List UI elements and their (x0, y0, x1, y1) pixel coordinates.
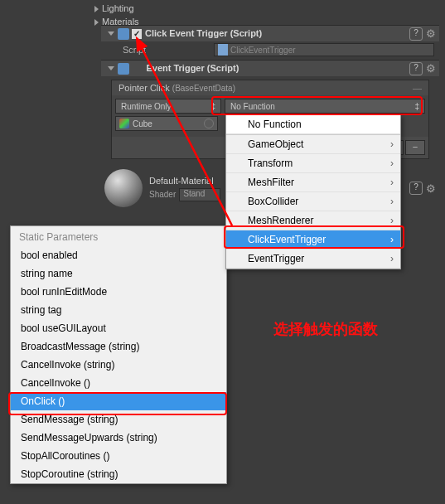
tree-label: Lighting (102, 3, 134, 13)
help-icon[interactable]: ? (409, 182, 423, 195)
script-label: Script (106, 45, 214, 55)
menu-label: BoxCollider (248, 192, 298, 211)
chevron-right-icon: › (390, 173, 394, 191)
chevron-right-icon: › (390, 192, 394, 211)
chevron-right-icon: › (390, 211, 394, 230)
menu-item[interactable]: string name (11, 264, 226, 283)
menu-item[interactable]: SendMessageUpwards (string) (11, 429, 226, 447)
object-picker-icon[interactable] (204, 119, 214, 128)
menu-label: Transform (248, 154, 293, 172)
script-value: ClickEventTrigger (230, 46, 296, 55)
dropdown-arrow-icon: ‡ (414, 102, 419, 111)
menu-item-clickeventtrigger[interactable]: ClickEventTrigger› (226, 230, 400, 250)
event-name: Pointer Click (119, 83, 170, 93)
remove-event-button[interactable]: — (413, 80, 422, 95)
shader-field[interactable]: Stand (179, 188, 220, 201)
chevron-right-icon: › (390, 135, 394, 153)
annotation-text: 选择触发的函数 (273, 319, 378, 339)
object-field[interactable]: Cube (115, 116, 218, 131)
menu-item[interactable]: BroadcastMessage (string) (11, 337, 226, 356)
menu-item-meshrenderer[interactable]: MeshRenderer› (226, 211, 400, 230)
script-row: Script ClickEventTrigger (101, 41, 439, 58)
chevron-right-icon: › (390, 250, 394, 268)
function-value: No Function (230, 102, 275, 111)
enable-checkbox[interactable]: ✓ (132, 29, 142, 39)
event-arg: (BaseEventData) (172, 84, 235, 93)
menu-item-meshfilter[interactable]: MeshFilter› (226, 173, 400, 192)
menu-item-no-function[interactable]: No Function (226, 115, 400, 134)
function-dropdown[interactable]: No Function‡ (225, 99, 425, 114)
script-icon (118, 63, 129, 75)
chevron-right-icon: › (390, 230, 394, 249)
fold-down-icon (108, 32, 114, 36)
gear-icon[interactable]: ⚙ (426, 26, 436, 41)
shader-label: Shader (149, 190, 176, 199)
menu-label: GameObject (248, 135, 303, 153)
event-header: Pointer Click (BaseEventData) — (112, 80, 428, 95)
help-icon[interactable]: ? (409, 27, 423, 41)
menu-item[interactable]: bool enabled (11, 246, 226, 264)
cube-icon (119, 119, 129, 128)
menu-item[interactable]: SendMessage (string) (11, 410, 226, 429)
component-header-event-trigger[interactable]: EvEvent Trigger (Script) ? ⚙ (101, 60, 439, 76)
gear-icon[interactable]: ⚙ (426, 182, 436, 195)
component-title: Click Event Trigger (Script) (145, 26, 409, 41)
component-title: EvEvent Trigger (Script) (135, 61, 409, 76)
material-sphere-icon (104, 169, 143, 207)
dropdown-arrow-icon: ‡ (210, 102, 215, 111)
help-icon[interactable]: ? (409, 62, 423, 75)
menu-header: Static Parameters (11, 226, 226, 246)
menu-item-transform[interactable]: Transform› (226, 154, 400, 173)
fold-icon (94, 19, 99, 26)
fold-icon (94, 6, 99, 12)
remove-event-button[interactable]: − (405, 140, 425, 155)
fold-down-icon (108, 66, 114, 70)
menu-item[interactable]: StopCoroutine (string) (11, 465, 226, 483)
runtime-dropdown[interactable]: Runtime Only‡ (115, 99, 221, 114)
menu-item[interactable]: StopAllCoroutines () (11, 447, 226, 465)
menu-item[interactable]: CancelInvoke (string) (11, 356, 226, 374)
menu-label: MeshRenderer (248, 211, 313, 230)
static-parameters-menu: Static Parameters bool enabled string na… (10, 225, 227, 484)
script-field[interactable]: ClickEventTrigger (214, 43, 434, 56)
menu-item-onclick[interactable]: OnClick () (11, 392, 226, 410)
gear-icon[interactable]: ⚙ (426, 61, 436, 76)
menu-item-gameobject[interactable]: GameObject› (226, 134, 400, 154)
menu-item[interactable]: CancelInvoke () (11, 374, 226, 392)
object-value: Cube (133, 119, 152, 128)
chevron-right-icon: › (390, 154, 394, 172)
component-header-click-event-trigger[interactable]: ✓ Click Event Trigger (Script) ? ⚙ (101, 25, 439, 41)
menu-label: ClickEventTrigger (248, 230, 326, 249)
script-icon (118, 28, 129, 40)
document-icon (218, 44, 228, 56)
menu-item-eventtrigger[interactable]: EventTrigger› (226, 250, 400, 269)
menu-label: EventTrigger (248, 250, 304, 268)
menu-item[interactable]: string tag (11, 301, 226, 319)
menu-item[interactable]: bool useGUILayout (11, 319, 226, 337)
menu-item-boxcollider[interactable]: BoxCollider› (226, 192, 400, 211)
menu-label: No Function (248, 115, 302, 133)
menu-label: MeshFilter (248, 173, 294, 191)
tree-item-lighting[interactable]: Lighting (0, 2, 445, 15)
function-menu: No Function GameObject› Transform› MeshF… (225, 114, 401, 269)
runtime-value: Runtime Only (121, 102, 172, 111)
menu-item[interactable]: bool runInEditMode (11, 283, 226, 301)
